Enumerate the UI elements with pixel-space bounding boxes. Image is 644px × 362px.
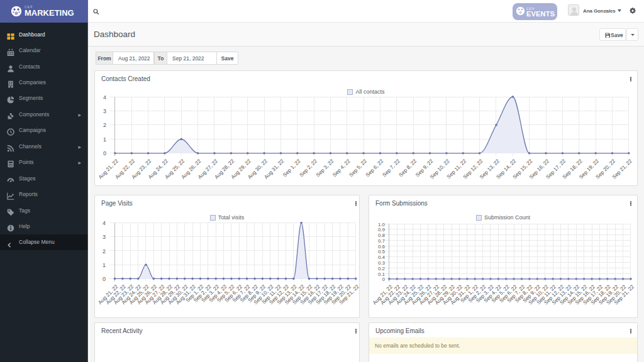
svg-text:4: 4 [103,94,106,101]
svg-text:1: 1 [103,262,106,268]
svg-text:0.9: 0.9 [378,227,386,233]
svg-text:0.6: 0.6 [378,244,386,250]
svg-text:0: 0 [382,277,386,282]
svg-text:4: 4 [103,220,106,226]
svg-text:3: 3 [103,234,106,240]
svg-text:2: 2 [103,248,106,255]
svg-text:1: 1 [103,136,106,143]
svg-text:0.4: 0.4 [378,255,386,260]
svg-text:0.1: 0.1 [378,272,386,277]
svg-text:1.0: 1.0 [378,222,386,228]
svg-text:0.8: 0.8 [378,233,386,238]
svg-text:0.2: 0.2 [378,266,386,272]
svg-text:2: 2 [103,122,106,128]
svg-text:0: 0 [103,276,106,282]
svg-text:0.3: 0.3 [378,260,386,266]
svg-text:0.7: 0.7 [378,238,386,244]
svg-text:0: 0 [103,150,106,156]
svg-text:0.5: 0.5 [378,249,386,255]
svg-text:3: 3 [103,108,106,114]
